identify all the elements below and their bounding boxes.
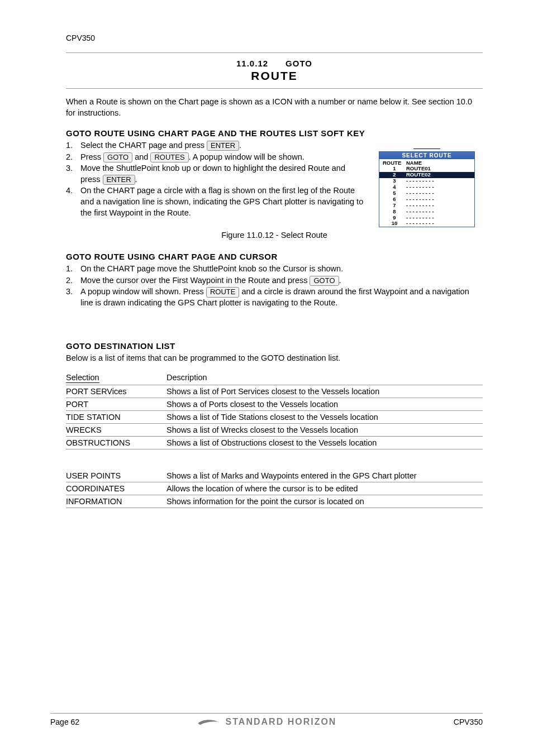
goto-table: Selection Description PORT SERVicesShows… (66, 371, 483, 508)
step-a-4: 4.On the CHART page a circle with a flag… (66, 185, 365, 218)
step-b-1: 1.On the CHART page move the ShuttlePoin… (66, 264, 483, 275)
subheading-a: GOTO ROUTE USING CHART PAGE AND THE ROUT… (66, 128, 483, 138)
route-row[interactable]: 10- - - - - - - - - (379, 221, 474, 227)
section-kicker: 11.0.12 GOTO (66, 59, 483, 68)
divider (66, 52, 483, 53)
goto-row: WRECKSShows a list of Wrecks closest to … (66, 424, 483, 437)
step-a-1: 1.Select the CHART page and press ENTER. (66, 140, 365, 151)
goto-key-icon: GOTO (310, 276, 339, 286)
step-b-3: 3.A popup window will shown. Press ROUTE… (66, 286, 483, 308)
goto-row: PORT SERVicesShows a list of Port Servic… (66, 385, 483, 398)
figure-underline (413, 140, 440, 149)
select-route-title: SELECT ROUTE (379, 152, 474, 159)
figure-caption: Figure 11.0.12 - Select Route (66, 231, 483, 240)
goto-row: OBSTRUCTIONSShows a list of Obstructions… (66, 437, 483, 449)
enter-key-icon: ENTER (207, 141, 239, 151)
route-row[interactable]: 7- - - - - - - - - (379, 203, 474, 209)
goto-row: INFORMATIONShows information for the poi… (66, 495, 483, 508)
steps-b: 1.On the CHART page move the ShuttlePoin… (66, 264, 483, 308)
steps-a: 1.Select the CHART page and press ENTER.… (66, 140, 365, 218)
swoosh-icon (197, 717, 220, 726)
table-header-selection: Selection (66, 373, 99, 383)
goto-row: USER POINTSShows a list of Marks and Way… (66, 470, 483, 482)
footer-model: CPV350 (454, 717, 483, 726)
goto-row: PORTShows a of Ports closest to the Vess… (66, 398, 483, 411)
step-b-2: 2.Move the cursor over the First Waypoin… (66, 275, 483, 286)
divider (66, 88, 483, 89)
route-row[interactable]: 8- - - - - - - - - (379, 209, 474, 215)
model-header: CPV350 (66, 34, 483, 42)
brand-logo: STANDARD HORIZON (197, 717, 337, 727)
step-a-2: 2.Press GOTO and ROUTES. A popup window … (66, 152, 365, 163)
step-a-3: 3.Move the ShuttlePoint knob up or down … (66, 163, 365, 185)
subheading-b: GOTO ROUTE USING CHART PAGE AND CURSOR (66, 252, 483, 261)
page-number: Page 62 (50, 717, 79, 726)
goto-intro: Below is a list of items that can be pro… (66, 353, 483, 364)
goto-key-icon: GOTO (103, 152, 132, 162)
select-route-screen: SELECT ROUTE ROUTE NAME 1ROUTE012ROUTE02… (379, 151, 475, 227)
goto-row: COORDINATESAllows the location of where … (66, 482, 483, 495)
route-softkey-icon: ROUTE (206, 287, 240, 297)
routes-softkey-icon: ROUTES (150, 152, 188, 162)
intro-text: When a Route is shown on the Chart page … (66, 97, 483, 118)
section-title: ROUTE (66, 69, 483, 83)
goto-title: GOTO DESTINATION LIST (66, 341, 483, 351)
goto-row: TIDE STATIONShows a list of Tide Station… (66, 411, 483, 424)
enter-key-icon: ENTER (103, 175, 135, 185)
table-header-description: Description (166, 371, 483, 385)
